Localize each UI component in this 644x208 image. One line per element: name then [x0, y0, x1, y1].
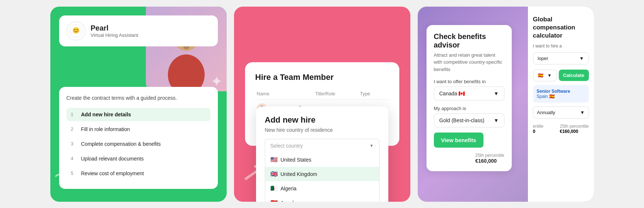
uk-flag-icon: 🇬🇧 — [270, 170, 278, 177]
select-placeholder: Select country — [270, 143, 303, 149]
step-4-number: 4 — [71, 156, 77, 161]
panel-hire-team: ↗ Hire a Team Member Name Title/Role Typ… — [234, 7, 410, 202]
step-5-label: Review cost of employment — [81, 170, 144, 176]
benefits-desc: Attract and retain great talent with com… — [434, 52, 504, 73]
step-2[interactable]: 2 Fill in role information — [66, 123, 211, 136]
approach-row: Gold (Best-in-class) ▼ — [434, 113, 504, 127]
svg-text:😊: 😊 — [72, 27, 80, 34]
col-role: Title/Role — [314, 88, 359, 100]
uk-label: United Kingdom — [281, 171, 317, 177]
country-chevron-right: ▼ — [547, 73, 552, 78]
col-name: Name — [255, 88, 314, 100]
senior-label: Senior Software — [537, 89, 585, 94]
hire-card: Hire a Team Member Name Title/Role Type … — [245, 62, 399, 146]
assistant-subtitle: Virtual Hiring Assistant — [91, 32, 138, 38]
modal-subtitle: New hire country of residence — [265, 127, 379, 133]
assistant-info: Pearl Virtual Hiring Assistant — [91, 24, 138, 38]
step-4-label: Upload relevant documents — [81, 156, 144, 162]
us-flag-icon: 🇺🇸 — [270, 156, 278, 163]
range-row: 25th percentile €160,000 — [434, 153, 504, 164]
step-3[interactable]: 3 Complete compensation & benefits — [66, 137, 211, 151]
dropdown-item-algeria[interactable]: 🇩🇿 Algeria — [265, 181, 379, 195]
dropdown-item-us[interactable]: 🇺🇸 United States — [265, 152, 379, 167]
range-low-val-right: 0 — [533, 129, 544, 134]
annually-chevron-icon: ▼ — [580, 110, 585, 115]
us-label: United States — [281, 157, 312, 163]
panel-virtual-assistant: 😊 Pearl Virtual Hiring Assistant Create … — [50, 7, 227, 202]
range-high-val-right: €160,000 — [560, 129, 589, 134]
country-row-right: 🇪🇸 ▼ Calculate — [533, 70, 589, 81]
step-2-label: Fill in role information — [81, 126, 130, 132]
steps-card: Create the contract terms with a guided … — [59, 87, 218, 189]
angola-flag-icon: 🇦🇴 — [270, 199, 278, 202]
dropdown-item-angola[interactable]: 🇦🇴 Angola — [265, 195, 379, 202]
approach-chevron-icon: ▼ — [494, 117, 499, 123]
approach-select[interactable]: Gold (Best-in-class) ▼ — [434, 113, 504, 127]
calc-title: Global compensation calculator — [533, 15, 589, 40]
hire-title: Hire a Team Member — [255, 73, 389, 82]
panel-compensation: Global compensation calculator I want to… — [418, 7, 594, 202]
algeria-label: Algeria — [281, 186, 297, 191]
country-benefits-select[interactable]: Canada 🇨🇦 ▼ — [434, 87, 504, 101]
step-1-number: 1 — [71, 112, 77, 117]
col-type: Type — [359, 88, 389, 100]
steps-list: 1 Add new hire details 2 Fill in role in… — [66, 108, 211, 180]
high-range-label: 25th percentile — [475, 153, 504, 158]
p3-title-right: Global compensation calculator — [533, 15, 589, 40]
calculate-button[interactable]: Calculate — [559, 70, 589, 81]
benefits-title: Check benefits advisor — [434, 32, 504, 49]
modal-title: Add new hire — [265, 115, 379, 125]
high-range-value: €160,000 — [475, 158, 504, 164]
step-3-number: 3 — [71, 141, 77, 147]
angola-label: Angola — [281, 200, 297, 202]
svg-point-5 — [168, 54, 205, 91]
annually-value: Annually — [537, 110, 555, 115]
add-hire-modal: Add new hire New hire country of residen… — [256, 106, 388, 202]
view-benefits-button[interactable]: View benefits — [434, 133, 484, 148]
country-dropdown: 🇺🇸 United States 🇬🇧 United Kingdom 🇩🇿 Al… — [265, 152, 379, 202]
description-text: Create the contract terms with a guided … — [66, 94, 211, 102]
hire-label-right: I want to hire a — [533, 43, 589, 49]
range-high-label-right: 25th percentile — [560, 124, 589, 129]
country-flag-right: 🇪🇸 — [538, 73, 543, 78]
canada-flag-icon: 🇨🇦 — [458, 91, 465, 96]
dropdown-item-uk[interactable]: 🇬🇧 United Kingdom — [265, 167, 379, 181]
assistant-avatar: 😊 — [66, 21, 86, 40]
annually-select-right[interactable]: Annually ▼ — [533, 106, 589, 119]
step-5-number: 5 — [71, 170, 77, 176]
country-select[interactable]: Select country ▼ — [265, 139, 379, 152]
step-1[interactable]: 1 Add new hire details — [66, 108, 211, 121]
assistant-name: Pearl — [91, 24, 138, 32]
country-select-right[interactable]: 🇪🇸 ▼ — [533, 70, 557, 81]
approach-value: Gold (Best-in-class) — [439, 117, 485, 123]
step-3-label: Complete compensation & benefits — [81, 141, 161, 147]
country-benefits-chevron-icon: ▼ — [494, 91, 499, 96]
select-chevron-icon: ▼ — [370, 143, 374, 148]
approach-label: My approach is — [434, 106, 504, 111]
role-select[interactable]: loper ▼ — [533, 52, 589, 64]
senior-badge: Senior Software Spain 🇪🇸 — [533, 85, 589, 103]
assistant-header: 😊 Pearl Virtual Hiring Assistant — [59, 15, 218, 46]
range-low-label-right: entile — [533, 124, 544, 129]
benefits-card: Check benefits advisor Attract and retai… — [427, 25, 512, 172]
step-5[interactable]: 5 Review cost of employment — [66, 167, 211, 180]
role-chevron-icon: ▼ — [579, 56, 584, 61]
step-2-number: 2 — [71, 126, 77, 132]
spain-label: Spain 🇪🇸 — [537, 94, 585, 99]
offer-label: I want to offer benefits in — [434, 79, 504, 84]
right-panel-strip: Global compensation calculator I want to… — [528, 7, 594, 202]
country-benefits-value: Canada 🇨🇦 — [439, 91, 465, 96]
step-4[interactable]: 4 Upload relevant documents — [66, 152, 211, 165]
controls-right: 🇪🇸 ▼ Calculate — [533, 70, 589, 81]
range-values-right: entile 0 25th percentile €160,000 — [533, 124, 589, 134]
algeria-flag-icon: 🇩🇿 — [270, 185, 278, 192]
role-value: loper — [538, 56, 548, 61]
step-1-label: Add new hire details — [81, 112, 131, 117]
